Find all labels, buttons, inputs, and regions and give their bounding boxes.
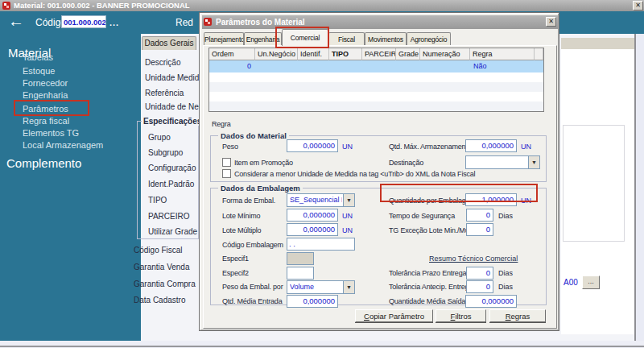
tg-excecao-input[interactable]: 0 [466, 223, 493, 236]
tempo-seguranca-unit: Dias [498, 212, 513, 220]
window-title: Material: 001.000.002 - BANNER PROMOCION… [14, 1, 190, 10]
grid-col-identif[interactable]: Identif. [298, 48, 329, 60]
sidebar-item-local-armazenagem[interactable]: Local Armazenagem [23, 140, 103, 150]
group-dados-embalagem-title: Dados da Embalagem [218, 184, 303, 193]
form-label-grupo: Grupo [148, 133, 171, 142]
form-label-descricao: Descrição [145, 58, 180, 67]
tg-excecao-label: TG Exceção Lote Min./Múlt. [389, 226, 474, 234]
sidebar-item-fornecedor[interactable]: Fornecedor [23, 78, 68, 88]
tolerancia-prazo-label: Tolerância Prazo Entrega [389, 269, 466, 277]
peso-embal-por-label: Peso da Embal. por [222, 283, 283, 291]
dialog-titlebar[interactable]: Parâmetros do Material ✕ [202, 15, 558, 29]
form-label-configuracao: Configuração [148, 164, 196, 172]
grid-col-empty [535, 48, 543, 60]
codigo-embalagem-label: Código Embalagem [222, 241, 283, 249]
lote-multiplo-unit: UN [342, 226, 353, 234]
grid-col-un-negocio[interactable]: Un.Negócio [255, 48, 298, 60]
qtd-media-entrada-label: Qtd. Média Entrada [222, 297, 282, 305]
tab-fiscal[interactable]: Fiscal [328, 32, 365, 46]
especif2-label: Especif2 [222, 269, 249, 277]
lote-minimo-label: Lote Mínimo [222, 212, 260, 220]
lote-multiplo-label: Lote Múltiplo [222, 226, 261, 234]
tab-movimentos[interactable]: Movimentos [365, 32, 407, 46]
tolerancia-prazo-unit: Dias [498, 269, 513, 277]
tolerancia-antecip-label: Tolerância Antecip. Entrega [389, 283, 473, 291]
qtd-media-saida-input[interactable]: 0,000000 [465, 295, 517, 308]
especif2-input[interactable] [287, 267, 314, 280]
grid-col-grade[interactable]: Grade [396, 48, 420, 60]
forma-embal-label: Forma de Embal. [222, 197, 275, 205]
lote-minimo-input[interactable]: 0,000000 [287, 209, 338, 222]
form-right-strip [561, 38, 634, 49]
grid-col-tipo[interactable]: TIPO [329, 48, 362, 60]
dropdown-arrow-icon[interactable]: ▼ [343, 194, 354, 206]
codigo-input[interactable]: 001.000.002 [61, 15, 106, 28]
sidebar-item-estoque[interactable]: Estoque [23, 66, 55, 76]
sidebar-item-elementos-tg[interactable]: Elementos TG [23, 128, 79, 138]
dialog-close-button[interactable]: ✕ [546, 17, 556, 27]
group-dados-material-title: Dados do Material [218, 131, 289, 140]
forma-embal-combo[interactable]: SE_Sequencial Pedido ▼ [287, 193, 355, 207]
tolerancia-antecip-input[interactable]: 0 [466, 280, 493, 293]
tab-engenharia[interactable]: Engenharia [244, 32, 282, 46]
grid-cell-regra: Não [473, 62, 487, 70]
qtd-max-input[interactable]: 0,000000 [465, 139, 517, 152]
especif1-label: Especif1 [222, 255, 249, 263]
back-arrow-icon[interactable]: ← [8, 12, 24, 30]
app-icon [2, 2, 10, 10]
grid-col-parceiro[interactable]: PARCEIRO [362, 48, 396, 60]
sidebar-item-engenharia[interactable]: Engenharia [23, 90, 68, 100]
tab-agronegocio[interactable]: Agronegócio [407, 32, 451, 46]
sidebar: Material Tabelas Estoque Fornecedor Enge… [0, 34, 141, 341]
sidebar-item-regra-fiscal[interactable]: Regra fiscal [23, 116, 69, 126]
qtd-max-label: Qtd. Máx. Armazenamento [389, 143, 471, 151]
tab-planejamento[interactable]: Planejamento [204, 32, 244, 46]
tempo-seguranca-input[interactable]: 0 [466, 209, 493, 222]
qtd-embalagem-input[interactable]: 1,000000 [465, 193, 517, 206]
window-close-button[interactable]: ✕ [633, 1, 643, 10]
form-right-group-box [563, 125, 625, 242]
filtros-button[interactable]: Filtros [436, 309, 486, 322]
tab-dados-gerais[interactable]: Dados Gerais [142, 36, 196, 50]
codigo-embalagem-input[interactable]: . . [287, 238, 355, 251]
grid-col-ordem[interactable]: Ordem [209, 48, 255, 60]
window-bottom-edge [0, 346, 644, 347]
window-titlebar: Material: 001.000.002 - BANNER PROMOCION… [0, 0, 644, 11]
form-label-tipo: TIPO [148, 196, 167, 205]
form-right-value: A00 [564, 278, 578, 287]
dropdown-arrow-icon[interactable]: ▼ [528, 156, 539, 168]
codigo-lookup-button[interactable]: ... [109, 18, 119, 27]
grid-col-numeracao[interactable]: Numeração [420, 48, 470, 60]
resumo-tecnico-link[interactable]: Resumo Técnico Comercial [429, 255, 518, 263]
form-label-utilizar-grade: Utilizar Grade [148, 227, 197, 236]
tolerancia-antecip-unit: Dias [498, 283, 513, 291]
form-right-lookup-button[interactable]: ... [582, 276, 600, 289]
lote-multiplo-input[interactable]: 0,000000 [287, 223, 338, 236]
qtd-embalagem-unit: UN [521, 197, 531, 205]
regra-label: Regra [212, 120, 231, 128]
destinacao-combo[interactable]: ▼ [465, 155, 540, 169]
considerar-checkbox[interactable] [222, 169, 231, 178]
grid-col-regra[interactable]: Regra [470, 48, 535, 60]
dialog-icon [204, 18, 212, 26]
form-label-unidade-medida: Unidade Medida [145, 73, 204, 82]
form-group-especificacoes: Especificações [142, 117, 203, 126]
sidebar-item-parametros[interactable]: Parâmetros [23, 104, 68, 114]
copiar-parametro-button[interactable]: Copiar Parâmetro [355, 309, 433, 322]
form-label-subgrupo: Subgrupo [148, 148, 183, 157]
regras-button[interactable]: Regras [489, 309, 546, 322]
tab-comercial[interactable]: Comercial [282, 29, 328, 46]
form-label-referencia: Referência [145, 89, 184, 97]
dropdown-arrow-icon[interactable]: ▼ [343, 281, 354, 293]
peso-label: Peso [222, 143, 238, 151]
qtd-media-entrada-input[interactable]: 0,000000 [287, 295, 338, 308]
peso-input[interactable]: 0,000000 [287, 139, 338, 152]
tolerancia-prazo-input[interactable]: 0 [466, 267, 493, 280]
sidebar-item-tabelas[interactable]: Tabelas [23, 52, 53, 62]
form-label-parceiro: PARCEIRO [148, 212, 190, 221]
considerar-label: Considerar a menor Unidade de Medida na … [234, 170, 475, 178]
grid-selected-row[interactable]: 0 Não [209, 60, 543, 72]
lote-minimo-unit: UN [342, 212, 353, 220]
peso-embal-por-combo[interactable]: Volume ▼ [287, 280, 355, 294]
item-promocao-checkbox[interactable] [222, 158, 231, 167]
